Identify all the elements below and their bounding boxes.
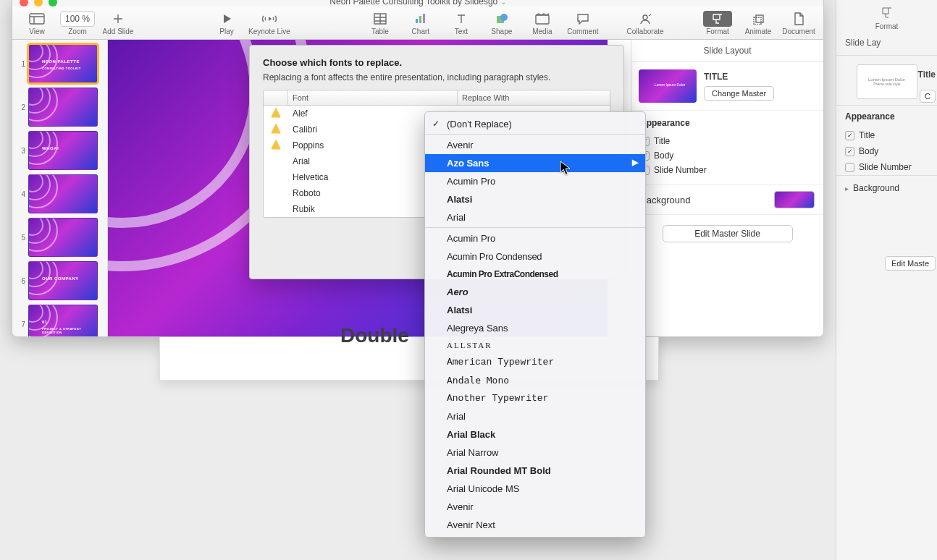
warning-icon — [271, 124, 281, 134]
format-label: Format — [836, 22, 937, 30]
inspector-header: Slide Layout — [631, 40, 823, 62]
edit-master-slide-button[interactable]: Edit Master Slide — [663, 225, 793, 242]
svg-rect-9 — [756, 15, 763, 22]
svg-point-8 — [643, 15, 647, 20]
zoom-select[interactable]: 100 % Zoom — [59, 7, 96, 39]
font-menu-item[interactable]: Acumin Pro — [425, 229, 645, 247]
format-button-right[interactable] — [836, 0, 937, 22]
background-label: Background — [640, 195, 690, 205]
chart-button[interactable]: Chart — [402, 7, 440, 39]
window-title: Neon Palette Consulting Toolkit by Slide… — [12, 0, 823, 7]
right-appearance-header: Appearance — [836, 105, 937, 127]
font-menu-item[interactable]: Acumin Pro — [425, 172, 645, 190]
inspector-panel: Slide Layout TITLE Change Master Appeara… — [631, 40, 823, 336]
svg-rect-4 — [423, 14, 425, 23]
dialog-description: Replacing a font affects the entire pres… — [263, 72, 610, 82]
slide-navigator[interactable]: 1NEON PALETTECONSULTING TOOLKIT23WHOA!45… — [12, 40, 108, 336]
right-tab-slide-layout[interactable]: Slide Lay — [836, 30, 937, 56]
svg-rect-3 — [419, 16, 421, 23]
replace-with-font-menu[interactable]: (Don't Replace)✓AvenirAzo Sans▶Acumin Pr… — [424, 111, 646, 538]
font-menu-item[interactable]: Arial Rounded MT Bold — [425, 462, 645, 480]
slide-thumbnail[interactable]: 6OUR COMPANY — [15, 261, 104, 300]
text-button[interactable]: Text — [442, 7, 480, 39]
table-button[interactable]: Table — [361, 7, 399, 39]
toolbar: View 100 % Zoom Add Slide Play Keynote L… — [12, 7, 823, 40]
right-inspector-clipped: Format Slide Lay Lorem Ipsum Dolor Theme… — [836, 0, 937, 560]
slide-thumbnail[interactable]: 3WHOA! — [15, 131, 104, 170]
font-menu-item[interactable]: Andale Mono — [425, 371, 645, 389]
font-menu-item[interactable]: Avenir Next — [425, 516, 645, 534]
slide-thumbnail[interactable]: 5 — [15, 218, 104, 257]
right-master-thumb[interactable]: Lorem Ipsum Dolor Theme side style — [857, 64, 917, 99]
font-menu-item[interactable]: Alegreya Sans — [425, 319, 645, 337]
dialog-title: Choose which fonts to replace. — [263, 57, 610, 68]
right-body-checkbox[interactable] — [845, 147, 854, 156]
font-menu-item[interactable]: Alatsi — [425, 190, 645, 208]
format-tab[interactable]: Format — [699, 7, 736, 39]
right-edit-master-button[interactable]: Edit Maste — [885, 256, 936, 271]
font-menu-item[interactable]: Arial — [425, 407, 645, 425]
font-menu-item[interactable]: Arial — [425, 208, 645, 228]
slide-thumbnail[interactable]: 1NEON PALETTECONSULTING TOOLKIT — [15, 44, 104, 83]
document-tab[interactable]: Document — [780, 7, 818, 39]
slide-thumbnail[interactable]: 701PROJECT & STRATEGY DEFINITION — [15, 305, 104, 336]
font-menu-item[interactable]: Acumin Pro ExtraCondensed — [425, 266, 645, 283]
font-menu-item[interactable]: Another Typewriter — [425, 389, 645, 407]
warning-icon — [271, 140, 281, 150]
right-slidenum-checkbox[interactable] — [845, 163, 854, 172]
font-menu-item[interactable]: Arial Narrow — [425, 444, 645, 462]
col-header-replace-with[interactable]: Replace With — [458, 90, 610, 105]
svg-rect-10 — [754, 17, 761, 25]
svg-rect-2 — [416, 19, 418, 23]
font-menu-item[interactable]: Azo Sans▶ — [425, 154, 645, 172]
svg-rect-0 — [30, 14, 44, 24]
right-title-checkbox[interactable] — [845, 131, 854, 140]
font-menu-item[interactable]: Alatsi — [425, 301, 645, 319]
font-menu-item[interactable]: Acumin Pro Condensed — [425, 247, 645, 266]
media-button[interactable]: Media — [524, 7, 561, 39]
font-menu-item[interactable]: Avenir — [425, 498, 645, 516]
submenu-arrow-icon: ▶ — [632, 158, 638, 167]
col-header-font[interactable]: Font — [288, 90, 458, 105]
slide-thumbnail[interactable]: 4 — [15, 174, 104, 213]
master-thumbnail[interactable] — [639, 69, 697, 103]
view-button[interactable]: View — [18, 7, 56, 39]
font-menu-item[interactable]: ALLSTAR — [425, 337, 645, 353]
comment-button[interactable]: Comment — [564, 7, 602, 39]
change-master-button[interactable]: Change Master — [704, 86, 774, 101]
right-title-label: Title — [918, 69, 936, 80]
keynote-live-button[interactable]: Keynote Live — [248, 7, 290, 39]
slide-thumbnail[interactable]: 2 — [15, 88, 104, 127]
animate-tab[interactable]: Animate — [739, 7, 777, 39]
shape-button[interactable]: Shape — [483, 7, 521, 39]
double-text: Double — [340, 324, 409, 347]
play-button[interactable]: Play — [208, 7, 245, 39]
master-name: TITLE — [704, 72, 774, 82]
add-slide-button[interactable]: Add Slide — [99, 7, 137, 39]
font-menu-item[interactable]: (Don't Replace)✓ — [425, 115, 645, 135]
warning-icon — [271, 108, 281, 118]
font-menu-item[interactable]: American Typewriter — [425, 353, 645, 371]
font-menu-item[interactable]: Aero — [425, 283, 645, 301]
svg-rect-7 — [536, 15, 549, 24]
right-change-master-button[interactable]: C — [920, 90, 936, 103]
font-menu-item[interactable]: Arial Black — [425, 425, 645, 444]
background-swatch[interactable] — [774, 191, 815, 208]
appearance-header: Appearance — [640, 118, 815, 128]
font-menu-item[interactable]: Avenir — [425, 136, 645, 154]
svg-point-6 — [500, 14, 508, 21]
font-menu-item[interactable]: Arial Unicode MS — [425, 480, 645, 498]
collaborate-button[interactable]: Collaborate — [626, 7, 664, 39]
right-background-disclosure[interactable]: Background — [836, 175, 937, 200]
